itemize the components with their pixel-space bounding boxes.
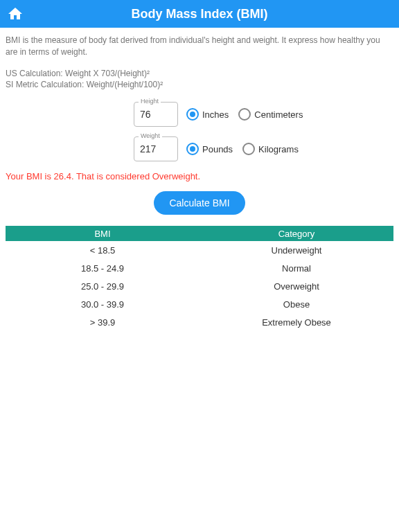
radio-label: Pounds — [202, 144, 233, 154]
bmi-result: Your BMI is 26.4. That is considered Ove… — [6, 171, 393, 181]
radio-icon — [186, 108, 199, 121]
cell-category: Overweight — [200, 281, 393, 292]
weight-input[interactable] — [140, 143, 172, 154]
height-unit-group: Inches Centimeters — [186, 108, 303, 121]
weight-unit-group: Pounds Kilograms — [186, 143, 299, 155]
header-bmi: BMI — [6, 229, 200, 239]
height-field-wrap: Height — [134, 102, 178, 127]
weight-row: Weight Pounds Kilograms — [6, 136, 393, 161]
page-title: Body Mass Index (BMI) — [131, 7, 267, 21]
table-row: 30.0 - 39.9 Obese — [6, 295, 393, 313]
table-row: > 39.9 Extremely Obese — [6, 313, 393, 331]
header-category: Category — [200, 229, 393, 239]
formula-block: US Calculation: Weight X 703/(Height)² S… — [6, 68, 393, 91]
radio-label: Inches — [202, 109, 229, 120]
cell-bmi: 30.0 - 39.9 — [6, 299, 200, 310]
height-row: Height Inches Centimeters — [6, 102, 393, 127]
si-formula: SI Metric Calculation: Weight/(Height/10… — [6, 79, 393, 91]
main-content: BMI is the measure of body fat derived f… — [0, 28, 399, 338]
height-label: Height — [139, 98, 161, 105]
radio-label: Centimeters — [254, 109, 303, 120]
calculate-button[interactable]: Calculate BMI — [154, 191, 245, 215]
radio-icon — [242, 143, 255, 155]
cell-bmi: < 18.5 — [6, 245, 200, 256]
height-input[interactable] — [140, 109, 172, 120]
radio-icon — [238, 108, 251, 121]
table-row: < 18.5 Underweight — [6, 241, 393, 259]
us-formula: US Calculation: Weight X 703/(Height)² — [6, 68, 393, 80]
cell-category: Obese — [200, 299, 393, 310]
weight-unit-kilograms[interactable]: Kilograms — [242, 143, 299, 155]
app-header: Body Mass Index (BMI) — [0, 0, 399, 28]
table-row: 25.0 - 29.9 Overweight — [6, 277, 393, 295]
bmi-table: BMI Category < 18.5 Underweight 18.5 - 2… — [6, 226, 393, 331]
height-unit-inches[interactable]: Inches — [186, 108, 229, 121]
intro-text: BMI is the measure of body fat derived f… — [6, 35, 393, 58]
cell-category: Extremely Obese — [200, 317, 393, 328]
cell-bmi: > 39.9 — [6, 317, 200, 328]
cell-bmi: 25.0 - 29.9 — [6, 281, 200, 292]
home-icon[interactable] — [7, 6, 24, 22]
weight-field-wrap: Weight — [134, 136, 178, 161]
cell-category: Normal — [200, 263, 393, 274]
table-header: BMI Category — [6, 226, 393, 241]
radio-icon — [186, 143, 199, 155]
cell-bmi: 18.5 - 24.9 — [6, 263, 200, 274]
radio-label: Kilograms — [258, 144, 299, 154]
height-unit-centimeters[interactable]: Centimeters — [238, 108, 303, 121]
weight-unit-pounds[interactable]: Pounds — [186, 143, 233, 155]
cell-category: Underweight — [200, 245, 393, 256]
weight-label: Weight — [139, 132, 162, 139]
table-row: 18.5 - 24.9 Normal — [6, 259, 393, 277]
